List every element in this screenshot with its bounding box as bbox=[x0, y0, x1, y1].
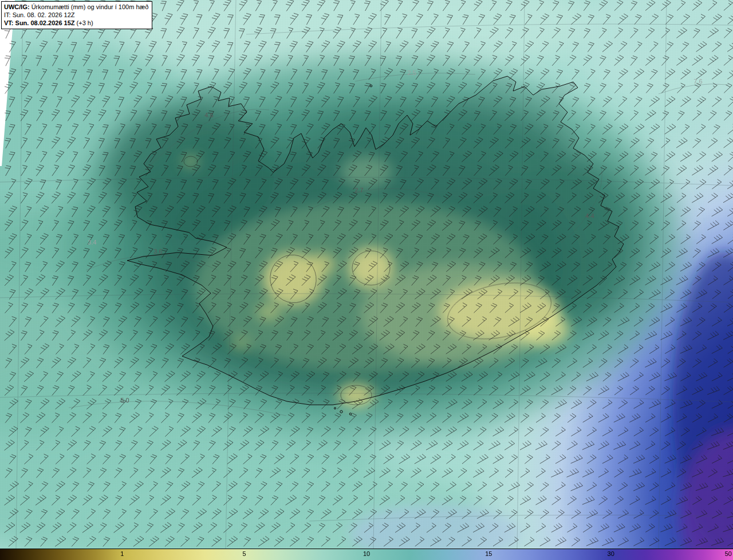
contour-label: 3.6 bbox=[153, 248, 162, 255]
title-line: UWC/IG: Úrkomumætti (mm) og vindur í 100… bbox=[4, 3, 148, 11]
colorbar-labels: 1510153050 bbox=[0, 549, 733, 560]
contour-label: 3.4 bbox=[88, 239, 96, 246]
model-label: UWC/IG: bbox=[4, 3, 30, 10]
map-overlay: 4.62.73.63.44.45.07.62.5 bbox=[0, 0, 733, 549]
colorbar-tick: 1 bbox=[120, 550, 124, 557]
title-box: UWC/IG: Úrkomumætti (mm) og vindur í 100… bbox=[1, 1, 152, 29]
colorbar-tick: 15 bbox=[485, 550, 492, 557]
contour-label: 7.6 bbox=[693, 78, 702, 85]
contour-label: 4.4 bbox=[585, 212, 594, 219]
colorbar: 1510153050 bbox=[0, 549, 733, 560]
colorbar-tick: 30 bbox=[608, 550, 614, 557]
init-time: IT: Sun. 08. 02. 2026 12Z bbox=[4, 11, 148, 19]
valid-offset: (+3 h) bbox=[77, 19, 93, 26]
map-title: Úrkomumætti (mm) og vindur í 100m hæð bbox=[31, 3, 149, 10]
colorbar-tick: 5 bbox=[243, 550, 246, 557]
contour-label: 2.7 bbox=[354, 187, 363, 194]
colorbar-tick: 10 bbox=[363, 550, 370, 557]
contour-label: 2.5 bbox=[407, 69, 416, 76]
colorbar-tick: 50 bbox=[725, 550, 732, 557]
valid-time-line: VT: Sun. 08.02.2026 15Z (+3 h) bbox=[4, 19, 148, 27]
contour-label: 4.6 bbox=[204, 112, 213, 119]
valid-time: VT: Sun. 08.02.2026 15Z bbox=[4, 19, 75, 26]
weather-map-viewport: 4.62.73.63.44.45.07.62.5 UWC/IG: Úrkomum… bbox=[0, 0, 733, 560]
contour-label: 5.0 bbox=[120, 397, 129, 404]
